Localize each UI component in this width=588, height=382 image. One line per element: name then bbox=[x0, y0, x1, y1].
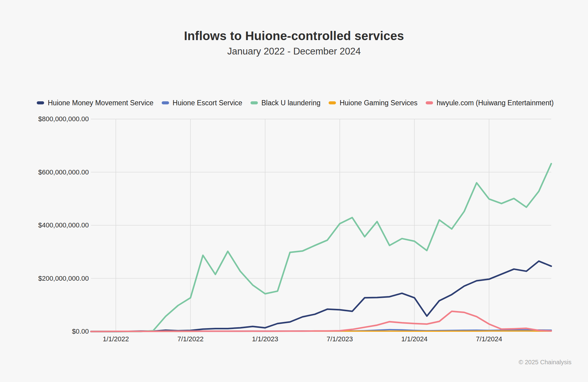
line-chart-plot bbox=[0, 0, 588, 382]
x-tick-label: 7/1/2023 bbox=[315, 335, 364, 343]
y-tick-label: $400,000,000.00 bbox=[28, 221, 89, 229]
x-tick-label: 1/1/2024 bbox=[390, 335, 439, 343]
y-tick-label: $600,000,000.00 bbox=[28, 168, 89, 176]
y-tick-label: $800,000,000.00 bbox=[28, 115, 89, 123]
y-tick-label: $200,000,000.00 bbox=[28, 275, 89, 283]
series-line-hwyule-com-huiwang-entertainment-[interactable] bbox=[91, 311, 551, 331]
chart-page: { "title": "Inflows to Huione-controlled… bbox=[0, 0, 588, 382]
x-tick-label: 1/1/2022 bbox=[91, 335, 140, 343]
series-line-black-u-laundering[interactable] bbox=[91, 164, 551, 331]
x-tick-label: 7/1/2024 bbox=[465, 335, 514, 343]
y-tick-label: $0.00 bbox=[28, 328, 89, 335]
copyright-notice: © 2025 Chainalysis bbox=[518, 359, 571, 366]
series-line-huione-money-movement-service[interactable] bbox=[91, 261, 551, 331]
x-tick-label: 1/1/2023 bbox=[241, 335, 290, 343]
x-tick-label: 7/1/2022 bbox=[166, 335, 215, 343]
